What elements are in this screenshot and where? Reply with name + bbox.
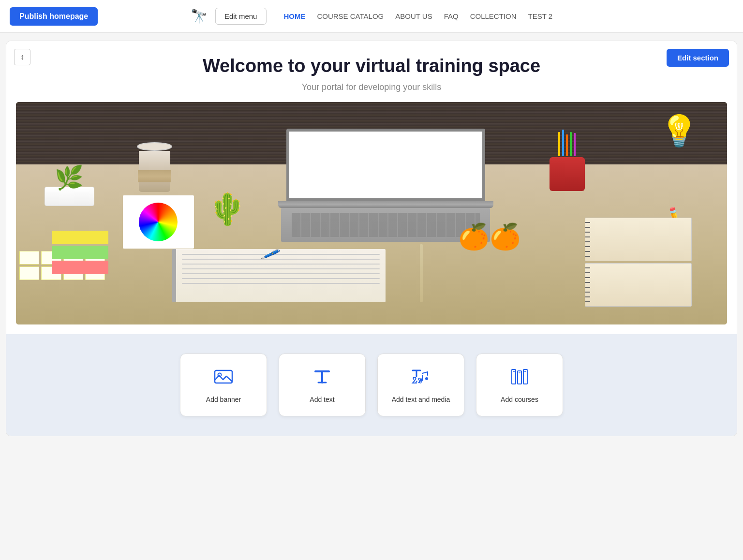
hero-controls: ↕ <box>14 49 30 65</box>
postit-5 <box>19 266 39 280</box>
keyboard-keys <box>292 213 480 237</box>
add-text-media-card[interactable]: Add text and media <box>377 354 464 416</box>
notebook: 🖊️ <box>172 239 386 302</box>
sticky-notes <box>52 231 109 276</box>
publish-button[interactable]: Publish homepage <box>10 7 98 26</box>
hero-section: ↕ Edit section Welcome to your virtual t… <box>6 41 737 334</box>
add-section: Add banner Add text <box>6 334 737 436</box>
header: Publish homepage 🔭 Edit menu HOME COURSE… <box>0 0 743 33</box>
main-nav: HOME COURSE CATALOG ABOUT US FAQ COLLECT… <box>283 12 552 20</box>
spiral-binding-1 <box>585 218 590 261</box>
edit-menu-button[interactable]: Edit menu <box>215 8 267 25</box>
courses-icon <box>509 367 530 390</box>
spiral-notebook-1 <box>585 218 692 261</box>
right-notebooks: ✏️ <box>585 218 692 307</box>
cup-lid <box>137 142 173 151</box>
wheel-circle <box>139 203 178 241</box>
coffee-cup <box>137 142 173 200</box>
nav-test2[interactable]: TEST 2 <box>528 12 553 20</box>
nav-collection[interactable]: COLLECTION <box>470 12 517 20</box>
ruler <box>414 244 428 302</box>
postit-1 <box>19 251 39 265</box>
spiral-binding-2 <box>585 264 590 306</box>
header-center-nav: 🔭 Edit menu HOME COURSE CATALOG ABOUT US… <box>191 8 552 25</box>
main-content: ↕ Edit section Welcome to your virtual t… <box>6 41 737 436</box>
add-courses-label: Add courses <box>501 396 538 403</box>
pencil-container <box>550 157 585 191</box>
sticky-note-3 <box>52 261 109 274</box>
add-text-media-label: Add text and media <box>392 396 450 403</box>
nav-about-us[interactable]: ABOUT US <box>395 12 432 20</box>
add-banner-card[interactable]: Add banner <box>180 354 267 416</box>
drag-handle[interactable]: ↕ <box>14 49 30 65</box>
telescope-icon: 🔭 <box>191 8 208 24</box>
laptop <box>286 129 486 242</box>
add-text-label: Add text <box>310 396 334 403</box>
hero-image: 🌿 🌵 <box>16 102 727 324</box>
laptop-base <box>278 201 493 208</box>
laptop-screen <box>286 129 486 201</box>
cactus: 🌵 <box>208 191 247 227</box>
image-icon <box>213 367 234 390</box>
pencil-cup <box>550 147 585 191</box>
oranges: 🍊🍊 <box>458 222 521 251</box>
svg-point-6 <box>419 381 421 383</box>
nav-faq[interactable]: FAQ <box>444 12 459 20</box>
lamp: 💡 <box>660 113 698 149</box>
desk-scene: 🌿 🌵 <box>16 102 727 324</box>
notebook-open <box>172 249 386 302</box>
nav-course-catalog[interactable]: COURSE CATALOG <box>317 12 384 20</box>
notebook-lines <box>176 249 386 302</box>
spiral-notebook-2 <box>585 263 692 307</box>
text-icon <box>312 367 332 390</box>
hero-subtitle: Your portal for developing your skills <box>16 82 727 92</box>
add-text-card[interactable]: Add text <box>279 354 366 416</box>
sticky-note-2 <box>52 246 109 259</box>
nav-home[interactable]: HOME <box>283 12 305 20</box>
add-banner-label: Add banner <box>206 396 241 403</box>
hero-title: Welcome to your virtual training space <box>16 56 727 76</box>
add-courses-card[interactable]: Add courses <box>476 354 563 416</box>
svg-point-3 <box>425 377 428 380</box>
text-media-icon <box>411 367 431 390</box>
cup-band <box>138 170 171 182</box>
plant: 🌿 <box>45 164 94 206</box>
sticky-note-1 <box>52 231 109 244</box>
edit-section-button[interactable]: Edit section <box>667 49 729 67</box>
